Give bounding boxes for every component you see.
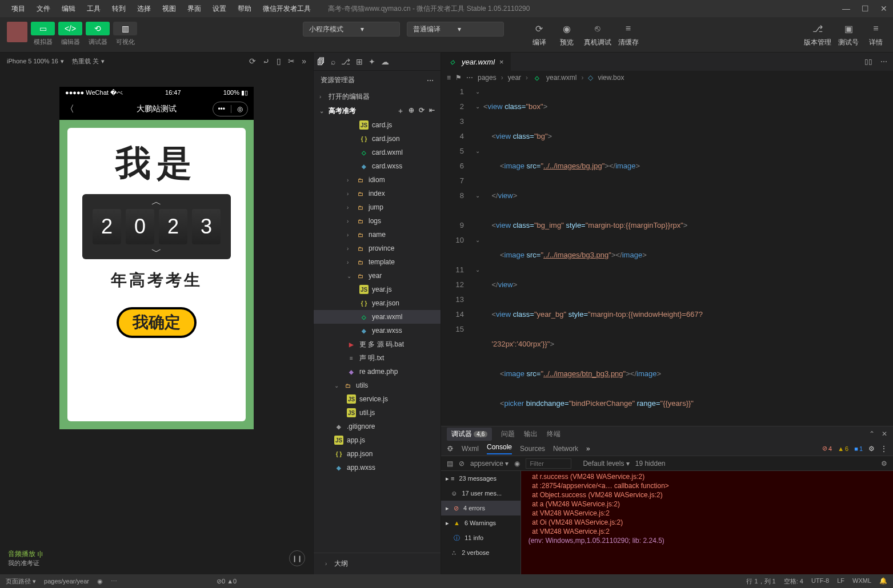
debugger-tab[interactable]: 调试器 4,6 bbox=[447, 428, 492, 441]
cut-icon[interactable]: ✂ bbox=[288, 57, 295, 66]
file-item[interactable]: ◆re adme.php bbox=[314, 365, 441, 378]
open-editors-section[interactable]: 打开的编辑器 bbox=[329, 92, 370, 102]
split-icon[interactable]: ▯▯ bbox=[864, 58, 872, 66]
msg-filter-user[interactable]: ☺ 17 user mes... bbox=[441, 486, 520, 501]
indent-info[interactable]: 空格: 4 bbox=[784, 577, 803, 586]
compile-icon[interactable]: ⟳ bbox=[529, 22, 550, 35]
file-item[interactable]: ◆card.wxss bbox=[314, 159, 441, 173]
console-output[interactable]: at r.success (VM248 WAService.js:2) at :… bbox=[521, 471, 893, 574]
msg-filter-all[interactable]: ▸ ≡ 23 messages bbox=[441, 471, 520, 486]
menu-interface[interactable]: 界面 bbox=[182, 1, 207, 17]
close-tab-icon[interactable]: × bbox=[499, 58, 504, 66]
file-item[interactable]: ▶更 多 源 码.bat bbox=[314, 337, 441, 351]
clear-cache-icon[interactable]: ≡ bbox=[618, 22, 639, 35]
page-path[interactable]: pages/year/year bbox=[44, 578, 89, 585]
msg-filter-errors[interactable]: ▸ ⊘ 4 errors bbox=[441, 501, 520, 515]
hidden-count[interactable]: 19 hidden bbox=[635, 460, 666, 468]
ext-tab-icon[interactable]: ⊞ bbox=[356, 57, 363, 66]
output-tab[interactable]: 输出 bbox=[524, 429, 538, 439]
chevron-down-icon[interactable]: ﹀ bbox=[86, 248, 227, 256]
context-select[interactable]: appservice ▾ bbox=[470, 460, 508, 468]
terminal-tab[interactable]: 终端 bbox=[547, 429, 560, 439]
confirm-button[interactable]: 我确定 bbox=[117, 307, 197, 338]
folder-item[interactable]: ⌄🗀utils bbox=[314, 378, 441, 392]
menu-devtools[interactable]: 微信开发者工具 bbox=[257, 1, 317, 17]
folder-item[interactable]: ›🗀index bbox=[314, 187, 441, 200]
folder-item[interactable]: ⌄🗀year bbox=[314, 269, 441, 283]
remote-debug-icon[interactable]: ⎋ bbox=[587, 22, 608, 35]
rotate-icon[interactable]: ⤾ bbox=[263, 57, 270, 66]
sources-tab[interactable]: Sources bbox=[520, 445, 545, 453]
expand-icon[interactable]: ⌃ bbox=[869, 430, 875, 438]
folder-item[interactable]: ›🗀jump bbox=[314, 200, 441, 214]
msg-filter-info[interactable]: ⓘ 11 info bbox=[441, 530, 520, 545]
preview-icon[interactable]: ◉ bbox=[556, 22, 577, 35]
menu-file[interactable]: 文件 bbox=[31, 1, 56, 17]
editor-button[interactable]: </> bbox=[58, 22, 82, 35]
device-select[interactable]: iPhone 5 100% 16 ▾ bbox=[7, 58, 64, 65]
minimize-icon[interactable]: — bbox=[842, 4, 850, 13]
menu-view[interactable]: 视图 bbox=[157, 1, 182, 17]
levels-select[interactable]: Default levels ▾ bbox=[583, 460, 629, 468]
collapse-icon[interactable]: ⇤ bbox=[429, 106, 435, 116]
mode-dropdown[interactable]: 小程序模式▾ bbox=[303, 22, 400, 37]
console-tab[interactable]: Console bbox=[487, 443, 512, 454]
msg-filter-warnings[interactable]: ▸ ▲ 6 Warnings bbox=[441, 515, 520, 530]
eye-icon[interactable]: ◉ bbox=[97, 578, 103, 585]
language-info[interactable]: WXML bbox=[852, 577, 871, 586]
folder-item[interactable]: ›🗀idiom bbox=[314, 173, 441, 187]
problems-tab[interactable]: 问题 bbox=[501, 429, 515, 439]
more-icon[interactable]: ⋯ bbox=[111, 578, 117, 585]
editor-tab[interactable]: ◇ year.wxml × bbox=[441, 53, 511, 71]
details-icon[interactable]: ≡ bbox=[866, 22, 886, 35]
new-folder-icon[interactable]: ⊕ bbox=[409, 106, 414, 116]
menu-tools[interactable]: 工具 bbox=[81, 1, 106, 17]
version-icon[interactable]: ⎇ bbox=[807, 22, 828, 35]
sidebar-toggle-icon[interactable]: ▤ bbox=[447, 460, 453, 468]
network-tab[interactable]: Network bbox=[553, 445, 578, 453]
dock-icon[interactable]: ⋮ bbox=[880, 445, 887, 453]
folder-item[interactable]: ›🗀template bbox=[314, 255, 441, 269]
eye-icon[interactable]: ◉ bbox=[514, 460, 520, 468]
file-item[interactable]: ≡声 明.txt bbox=[314, 351, 441, 365]
more-icon[interactable]: ⋯ bbox=[880, 58, 887, 66]
menu-settings[interactable]: 设置 bbox=[207, 1, 232, 17]
refresh-icon[interactable]: ⟳ bbox=[249, 57, 256, 66]
search-tab-icon[interactable]: ⌕ bbox=[331, 57, 335, 66]
encoding-info[interactable]: UTF-8 bbox=[811, 577, 829, 586]
test-icon[interactable]: ▣ bbox=[838, 22, 859, 35]
chevron-up-icon[interactable]: ︿ bbox=[86, 198, 227, 206]
capsule-menu[interactable]: •••◎ bbox=[213, 102, 248, 116]
folder-item[interactable]: ›🗀name bbox=[314, 228, 441, 241]
pause-button[interactable]: ❙❙ bbox=[289, 550, 305, 566]
clear-icon[interactable]: ⊘ bbox=[459, 460, 464, 468]
hot-reload-select[interactable]: 热重载 关 ▾ bbox=[72, 57, 105, 66]
inspect-icon[interactable]: ⯐ bbox=[447, 445, 454, 453]
refresh-icon[interactable]: ⟳ bbox=[419, 106, 425, 116]
cloud-tab-icon[interactable]: ☁ bbox=[381, 57, 389, 66]
gear-icon[interactable]: ⚙ bbox=[868, 445, 875, 453]
code-editor[interactable]: 123456789101112131415 ⌄⌄⌄⌄⌄⌄ <view class… bbox=[441, 84, 893, 426]
bell-icon[interactable]: 🔔 bbox=[879, 577, 887, 586]
compile-dropdown[interactable]: 普通编译▾ bbox=[407, 22, 504, 37]
more-icon[interactable]: » bbox=[302, 57, 306, 66]
folder-item[interactable]: ›🗀logs bbox=[314, 214, 441, 228]
file-item[interactable]: JScard.js bbox=[314, 118, 441, 132]
panel-close-icon[interactable]: ✕ bbox=[882, 430, 887, 438]
eol-info[interactable]: LF bbox=[837, 577, 844, 586]
file-item[interactable]: { }card.json bbox=[314, 132, 441, 146]
file-item[interactable]: ◆.gitignore bbox=[314, 420, 441, 433]
warn-count[interactable]: ▲ 6 bbox=[838, 445, 848, 452]
outline-section[interactable]: 大纲 bbox=[334, 559, 348, 569]
avatar[interactable] bbox=[7, 22, 27, 42]
file-item[interactable]: ◆year.wxss bbox=[314, 324, 441, 337]
file-item[interactable]: { }app.json bbox=[314, 447, 441, 461]
debugger-button[interactable]: ⟲ bbox=[86, 22, 110, 35]
menu-select[interactable]: 选择 bbox=[131, 1, 157, 17]
close-icon[interactable]: ✕ bbox=[880, 4, 887, 13]
project-root[interactable]: 高考准考 bbox=[329, 106, 356, 116]
menu-edit[interactable]: 编辑 bbox=[56, 1, 81, 17]
code-body[interactable]: <view class="box"> <view class="bg"> <im… bbox=[483, 84, 893, 426]
simulator-button[interactable]: ▭ bbox=[31, 22, 55, 35]
menu-goto[interactable]: 转到 bbox=[106, 1, 131, 17]
